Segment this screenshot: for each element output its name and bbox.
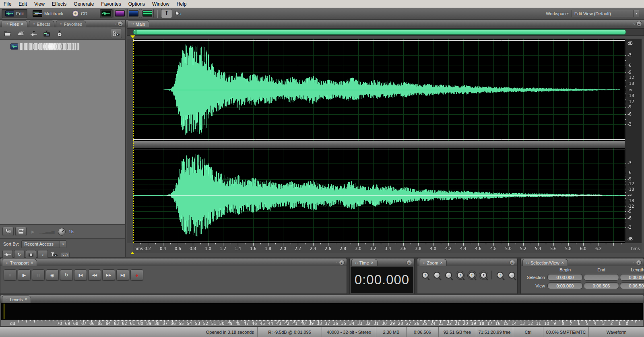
panel-menu-button[interactable]: ⁖ ▶ (336, 260, 345, 265)
insert-into-cd-button[interactable] (55, 29, 64, 38)
files-options-button[interactable] (111, 29, 122, 38)
zoom-in-selection-left-button[interactable]: + (466, 270, 477, 280)
menu-item[interactable]: Options (125, 1, 149, 7)
close-icon[interactable]: × (371, 261, 374, 265)
zoom-to-selection-button[interactable]: + (455, 270, 466, 280)
status-segment: 0:06.506 (407, 327, 439, 337)
view-begin-field[interactable]: 0:00.000 (547, 282, 583, 289)
panel-menu-icon: ▶ (339, 260, 345, 265)
zoom-out-horizontally-button[interactable]: − (431, 270, 442, 280)
cd-view-button[interactable]: CD (68, 9, 91, 18)
view-end-field[interactable]: 0:06.506 (584, 282, 619, 289)
panel-menu-button[interactable]: ⁖ ▶ (114, 21, 123, 27)
panel-menu-button[interactable]: ⁖ ▶ (633, 260, 642, 265)
menu-item[interactable]: View (31, 1, 48, 7)
close-icon[interactable]: × (31, 261, 33, 265)
tab-time[interactable]: ∷ Time × (351, 259, 378, 266)
spectral-pan-view-button[interactable] (127, 9, 140, 18)
play-from-cursor-button[interactable]: ◉ (46, 269, 59, 281)
menu-item[interactable]: Effects (48, 1, 70, 7)
menu-item[interactable]: Edit (15, 1, 31, 7)
tab-selection-view[interactable]: ∷ Selection/View × (522, 259, 568, 266)
pause-button[interactable]: ▮▮ (32, 269, 45, 281)
zoom-in-horizontally-button[interactable]: + (420, 270, 431, 280)
time-selection-tool-button[interactable]: I (161, 9, 172, 18)
preview-volume-value[interactable]: 15 (69, 229, 74, 234)
view-length-field[interactable]: 0:06.506 (620, 282, 644, 289)
tab-levels[interactable]: ∷ Levels × (2, 296, 31, 303)
tab-zoom[interactable]: ∷ Zoom × (419, 259, 447, 266)
record-button[interactable]: ● (130, 269, 143, 281)
import-file-button[interactable] (3, 29, 13, 38)
db-amplitude-ruler[interactable] (625, 39, 642, 243)
panel-menu-button[interactable]: ⁖ ▶ (633, 21, 642, 27)
zoom-in-vertically-button[interactable]: + (495, 270, 506, 280)
playhead-marker-bottom[interactable] (130, 252, 134, 254)
zoom-in-selection-right-button[interactable]: + (478, 270, 489, 280)
play-button[interactable]: ▶ (18, 269, 31, 281)
menu-item[interactable]: Favorites (97, 1, 124, 7)
spectral-frequency-view-button[interactable] (114, 9, 126, 18)
loop-play-button[interactable] (15, 227, 27, 236)
fast-forward-button[interactable]: ▶▶ (102, 269, 115, 281)
meter-peak-line (4, 304, 4, 319)
rewind-button[interactable]: ◀◀ (88, 269, 101, 281)
menu-item[interactable]: Generate (70, 1, 97, 7)
sort-by-dropdown[interactable]: Recent Access ▼ (21, 240, 66, 248)
tab-main[interactable]: ∷ Main (128, 20, 149, 27)
transport-panel: ∷ Transport × ⁖ ▶ ■▶▮▮◉↻▮◀◀◀▶▶▶▮● (0, 258, 347, 294)
levels-db-ruler (1, 320, 643, 326)
chevron-down-icon: ▼ (60, 241, 66, 248)
close-file-button[interactable] (16, 29, 26, 38)
close-icon[interactable]: × (561, 261, 564, 265)
menu-item[interactable]: Help (173, 1, 190, 7)
zoom-out-vertically-button[interactable]: − (506, 270, 517, 280)
horizontal-scrollbar-thumb[interactable] (133, 29, 626, 35)
go-to-beginning-button[interactable]: ▮◀ (74, 269, 87, 281)
close-icon[interactable]: × (21, 22, 23, 26)
panel-menu-button[interactable]: ⁖ ▶ (506, 260, 515, 265)
show-full-paths-button[interactable]: c:\ (61, 252, 70, 257)
volume-knob[interactable] (58, 228, 66, 236)
file-list-item[interactable] (0, 42, 125, 51)
panel-menu-button[interactable]: ⁖ ▶ (403, 260, 412, 265)
magnifier-icon: + (422, 272, 429, 279)
playhead-marker-top[interactable] (130, 35, 135, 38)
show-audio-files-button[interactable] (2, 250, 13, 259)
stop-button[interactable]: ■ (4, 269, 17, 281)
sort-by-label: Sort By: (3, 242, 19, 246)
play-looped-button[interactable]: ↻ (60, 269, 73, 281)
show-video-files-button[interactable] (26, 250, 36, 259)
close-icon[interactable]: × (440, 261, 443, 265)
show-loop-files-button[interactable]: ↻ (14, 250, 25, 259)
waveform-view-icon (101, 10, 111, 17)
selection-end-field[interactable] (584, 274, 619, 281)
waveform-view-button[interactable] (100, 9, 113, 18)
time-ruler[interactable] (133, 243, 642, 253)
selection-begin-field[interactable]: 0:00.000 (547, 274, 583, 281)
auto-play-button[interactable] (2, 227, 14, 236)
close-icon[interactable]: × (25, 298, 27, 302)
level-meter[interactable] (1, 303, 643, 320)
menu-item[interactable]: Window (149, 1, 173, 7)
multitrack-view-button[interactable]: Multitrack (29, 9, 67, 18)
filter-options-button[interactable] (49, 250, 60, 259)
show-midi-files-button[interactable]: ♪ (37, 250, 48, 259)
insert-into-multitrack-button[interactable] (42, 29, 52, 38)
status-bar: Opened in 3.18 secondsR: -9.5dB @ 0:01.0… (0, 327, 644, 337)
import-audio-button[interactable] (29, 29, 39, 38)
hybrid-tool-button[interactable] (172, 9, 184, 18)
zoom-out-full-button[interactable]: − (443, 270, 454, 280)
menu-item[interactable]: File (0, 1, 15, 7)
waveform-display[interactable] (133, 39, 625, 243)
tab-effects[interactable]: ∷ Effects (29, 21, 54, 27)
spectral-phase-view-button[interactable] (141, 9, 154, 18)
go-to-end-button[interactable]: ▶▮ (116, 269, 129, 281)
tab-favorites[interactable]: ∷ Favorites (56, 21, 86, 27)
tab-files[interactable]: ∷ Files × (2, 20, 27, 27)
tab-transport[interactable]: ∷ Transport × (2, 259, 37, 266)
edit-view-button[interactable]: Edit (2, 9, 27, 18)
panel-menu-icon: ▶ (407, 260, 412, 265)
selection-length-field[interactable]: 0:00.000 (620, 274, 644, 281)
workspace-dropdown[interactable]: Edit View (Default) ▼ (572, 10, 640, 17)
